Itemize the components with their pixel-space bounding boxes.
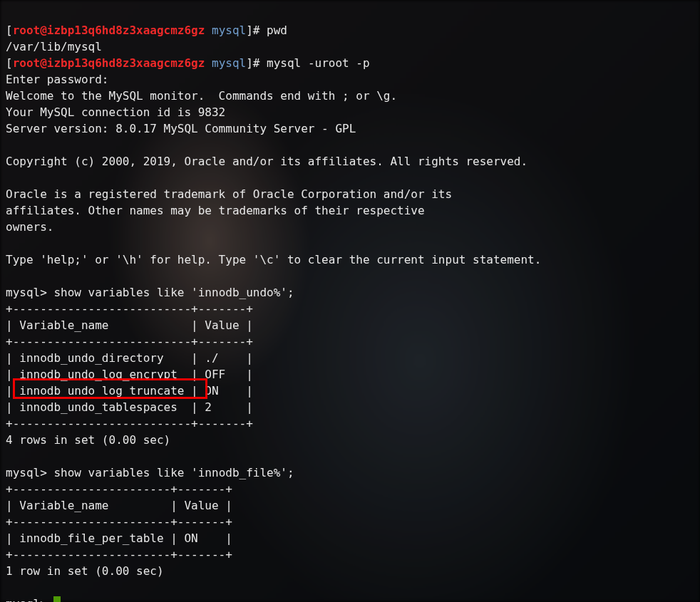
query-2: show variables like 'innodb_file%'; bbox=[53, 466, 294, 479]
copyright-line: Copyright (c) 2000, 2019, Oracle and/or … bbox=[6, 155, 527, 168]
table-border: +--------------------------+-------+ bbox=[6, 335, 253, 348]
prompt-line: [root@izbp13q6hd8z3xaagcmz6gz mysql]# bbox=[6, 24, 267, 37]
cmd-pwd: pwd bbox=[267, 24, 287, 37]
mysql-prompt: mysql> bbox=[6, 597, 47, 602]
trademark-line: Oracle is a registered trademark of Orac… bbox=[6, 187, 452, 201]
cmd-login: mysql -uroot -p bbox=[267, 56, 370, 70]
welcome-line: Server version: 8.0.17 MySQL Community S… bbox=[6, 122, 356, 135]
cwd: mysql bbox=[212, 24, 246, 37]
table-row: | innodb_undo_log_truncate | ON | bbox=[6, 384, 253, 398]
trademark-line: affiliates. Other names may be trademark… bbox=[6, 204, 425, 217]
cwd: mysql bbox=[212, 56, 246, 70]
query-1: show variables like 'innodb_undo%'; bbox=[53, 286, 294, 299]
help-line: Type 'help;' or '\h' for help. Type '\c'… bbox=[6, 253, 541, 266]
table-border: +--------------------------+-------+ bbox=[6, 302, 253, 316]
table-row: | innodb_undo_log_encrypt | OFF | bbox=[6, 368, 253, 381]
user-host: root@izbp13q6hd8z3xaagcmz6gz bbox=[13, 56, 205, 70]
table-border: +-----------------------+-------+ bbox=[6, 548, 232, 561]
table-row: | innodb_undo_tablespaces | 2 | bbox=[6, 400, 253, 414]
welcome-line: Welcome to the MySQL monitor. Commands e… bbox=[6, 89, 397, 103]
terminal[interactable]: [root@izbp13q6hd8z3xaagcmz6gz mysql]# pw… bbox=[0, 0, 700, 602]
password-prompt: Enter password: bbox=[6, 73, 109, 86]
trademark-line: owners. bbox=[6, 220, 53, 234]
table-border: +-----------------------+-------+ bbox=[6, 482, 232, 496]
table-header: | Variable_name | Value | bbox=[6, 318, 253, 332]
prompt-line: [root@izbp13q6hd8z3xaagcmz6gz mysql]# bbox=[6, 56, 267, 70]
welcome-line: Your MySQL connection id is 9832 bbox=[6, 105, 225, 119]
table-header: | Variable_name | Value | bbox=[6, 499, 232, 512]
pwd-output: /var/lib/mysql bbox=[6, 40, 102, 53]
table-row: | innodb_undo_directory | ./ | bbox=[6, 351, 253, 365]
mysql-prompt: mysql> bbox=[6, 286, 47, 299]
table-border: +-----------------------+-------+ bbox=[6, 515, 232, 529]
cursor bbox=[53, 596, 61, 602]
user-host: root@izbp13q6hd8z3xaagcmz6gz bbox=[13, 24, 205, 37]
result-footer: 4 rows in set (0.00 sec) bbox=[6, 433, 170, 447]
mysql-prompt: mysql> bbox=[6, 466, 47, 479]
table-border: +--------------------------+-------+ bbox=[6, 417, 253, 430]
table-row: | innodb_file_per_table | ON | bbox=[6, 531, 232, 545]
result-footer: 1 row in set (0.00 sec) bbox=[6, 564, 164, 578]
